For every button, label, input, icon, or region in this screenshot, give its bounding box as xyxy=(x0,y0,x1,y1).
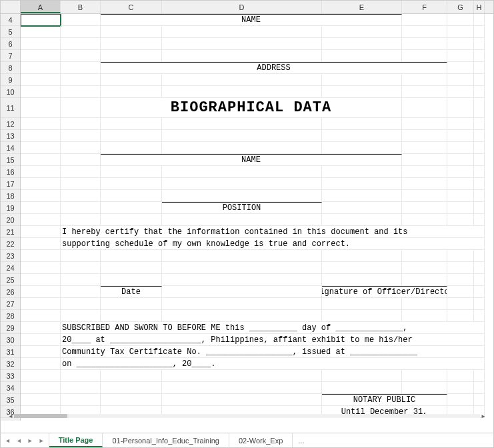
cell[interactable] xyxy=(21,62,61,74)
cell-empty[interactable] xyxy=(101,130,162,142)
cell-empty[interactable] xyxy=(101,250,162,262)
cell-empty[interactable] xyxy=(474,130,485,142)
select-all-corner[interactable] xyxy=(1,1,21,13)
cell-empty[interactable] xyxy=(21,310,61,322)
cell-empty[interactable] xyxy=(322,38,402,50)
cell-empty[interactable] xyxy=(402,190,447,202)
cell[interactable] xyxy=(21,322,61,334)
cell-empty[interactable] xyxy=(162,298,322,310)
cell-empty[interactable] xyxy=(474,262,485,274)
sheet-nav-buttons[interactable]: ◄ ◄ ► ► xyxy=(1,433,49,447)
cell-empty[interactable] xyxy=(474,286,485,298)
cell-empty[interactable] xyxy=(162,382,322,394)
cell-empty[interactable] xyxy=(162,178,322,190)
cell-empty[interactable] xyxy=(21,214,61,226)
cell-empty[interactable] xyxy=(101,262,162,274)
cell-empty[interactable] xyxy=(322,202,402,214)
cell-empty[interactable] xyxy=(322,274,402,286)
cell-empty[interactable] xyxy=(61,370,101,382)
cell-empty[interactable] xyxy=(447,382,474,394)
cell-empty[interactable] xyxy=(101,178,162,190)
row-header-32[interactable]: 32 xyxy=(1,358,20,370)
row-header-6[interactable]: 6 xyxy=(1,38,20,50)
cell-empty[interactable] xyxy=(474,310,485,322)
row-header-26[interactable]: 26 xyxy=(1,286,20,298)
cell-empty[interactable] xyxy=(21,250,61,262)
cell-empty[interactable] xyxy=(474,250,485,262)
sub-line-2[interactable]: 20____ at ___________________, Philippin… xyxy=(61,334,485,346)
cell-empty[interactable] xyxy=(474,154,485,166)
cell-empty[interactable] xyxy=(474,98,485,118)
cell-empty[interactable] xyxy=(322,26,402,38)
label-name-1[interactable]: NAME xyxy=(101,14,402,26)
cell-empty[interactable] xyxy=(162,190,322,202)
scroll-thumb[interactable] xyxy=(14,414,67,418)
row-header-13[interactable]: 13 xyxy=(1,130,20,142)
cell-empty[interactable] xyxy=(21,190,61,202)
cell-empty[interactable] xyxy=(447,98,474,118)
cell-empty[interactable] xyxy=(101,142,162,154)
cell-empty[interactable] xyxy=(162,118,322,130)
cell-empty[interactable] xyxy=(322,310,402,322)
cell-empty[interactable] xyxy=(101,26,162,38)
cell-empty[interactable] xyxy=(61,382,101,394)
cell-empty[interactable] xyxy=(162,310,322,322)
sub-line-1[interactable]: SUBSCRIBED AND SWORN TO BEFORE ME this _… xyxy=(61,322,485,334)
cert-line-2[interactable]: supporting schedule of my own knowledge … xyxy=(61,238,485,250)
cell[interactable] xyxy=(21,346,61,358)
row-header-9[interactable]: 9 xyxy=(1,74,20,86)
cell-empty[interactable] xyxy=(61,298,101,310)
cell-empty[interactable] xyxy=(447,50,474,62)
row-header-5[interactable]: 5 xyxy=(1,26,20,38)
cell-empty[interactable] xyxy=(474,118,485,130)
cell[interactable] xyxy=(162,394,322,406)
label-signature[interactable]: Signature of Officer/Director xyxy=(322,286,447,298)
cell-empty[interactable] xyxy=(447,178,474,190)
cell-empty[interactable] xyxy=(402,178,447,190)
cell-empty[interactable] xyxy=(21,130,61,142)
cell-A4[interactable] xyxy=(21,14,61,26)
cell-empty[interactable] xyxy=(447,142,474,154)
row-header-27[interactable]: 27 xyxy=(1,298,20,310)
label-notary[interactable]: NOTARY PUBLIC xyxy=(322,394,447,406)
cell-empty[interactable] xyxy=(447,62,474,74)
cell-empty[interactable] xyxy=(162,130,322,142)
row-header-15[interactable]: 15 xyxy=(1,154,20,166)
cell-empty[interactable] xyxy=(322,178,402,190)
cell[interactable] xyxy=(61,98,101,118)
cell-empty[interactable] xyxy=(447,26,474,38)
cell-empty[interactable] xyxy=(447,74,474,86)
cell-empty[interactable] xyxy=(101,50,162,62)
cell[interactable] xyxy=(21,98,61,118)
cell-empty[interactable] xyxy=(402,166,447,178)
row-header-25[interactable]: 25 xyxy=(1,274,20,286)
cell-empty[interactable] xyxy=(21,142,61,154)
cell-empty[interactable] xyxy=(21,166,61,178)
row-header-35[interactable]: 35 xyxy=(1,394,20,406)
cell[interactable] xyxy=(21,286,61,298)
cell[interactable] xyxy=(21,154,61,166)
cell-empty[interactable] xyxy=(61,50,101,62)
sheet-tab-0[interactable]: Title Page xyxy=(49,433,103,447)
cell-empty[interactable] xyxy=(474,382,485,394)
cell-empty[interactable] xyxy=(61,250,101,262)
cell-empty[interactable] xyxy=(162,50,322,62)
cell[interactable] xyxy=(61,394,101,406)
row-header-29[interactable]: 29 xyxy=(1,322,20,334)
row-header-28[interactable]: 28 xyxy=(1,310,20,322)
cell-empty[interactable] xyxy=(101,74,162,86)
cell-empty[interactable] xyxy=(402,262,447,274)
row-header-24[interactable]: 24 xyxy=(1,262,20,274)
cell-empty[interactable] xyxy=(21,262,61,274)
cell-empty[interactable] xyxy=(474,26,485,38)
cell-empty[interactable] xyxy=(447,154,474,166)
cell-empty[interactable] xyxy=(402,86,447,98)
nav-next-icon[interactable]: ► xyxy=(27,437,33,444)
cell[interactable] xyxy=(61,286,101,298)
cell-empty[interactable] xyxy=(447,86,474,98)
cell-empty[interactable] xyxy=(101,166,162,178)
cell-empty[interactable] xyxy=(474,370,485,382)
cells-area[interactable]: NAMEADDRESSBIOGRAPHICAL DATANAMEPOSITION… xyxy=(21,14,493,421)
cell-empty[interactable] xyxy=(447,250,474,262)
scroll-right-icon[interactable]: ► xyxy=(480,413,487,419)
